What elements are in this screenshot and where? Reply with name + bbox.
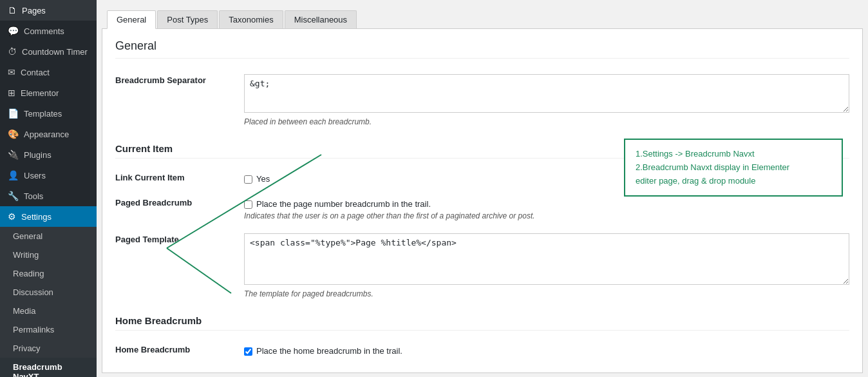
plugins-icon: 🔌 [8, 150, 19, 160]
annotation-line2: 2.Breadcrumb Navxt display in Elementer [636, 161, 831, 175]
sidebar-item-countdown-timer[interactable]: ⏱ Countdown Timer [0, 41, 97, 62]
page-title: General [115, 39, 849, 59]
sidebar: 🗋 Pages 💬 Comments ⏱ Countdown Timer ✉ C… [0, 0, 97, 377]
sidebar-item-tools[interactable]: 🔧 Tools [0, 186, 97, 206]
settings-submenu: General Writing Reading Discussion Media… [0, 227, 97, 377]
submenu-reading[interactable]: Reading [0, 264, 97, 283]
submenu-privacy[interactable]: Privacy [0, 339, 97, 358]
tab-general[interactable]: General [107, 10, 156, 29]
submenu-permalinks[interactable]: Permalinks [0, 320, 97, 339]
paged-breadcrumb-checkbox[interactable] [244, 200, 252, 209]
tools-icon: 🔧 [8, 191, 19, 201]
link-current-item-checkbox-label: Yes [256, 174, 270, 184]
submenu-discussion[interactable]: Discussion [0, 283, 97, 302]
sidebar-item-settings[interactable]: ⚙ Settings [0, 206, 97, 227]
paged-breadcrumb-checkbox-label: Place the page number breadcrumb in the … [256, 199, 431, 209]
sidebar-item-plugins[interactable]: 🔌 Plugins [0, 144, 97, 165]
home-breadcrumb-checkbox[interactable] [244, 347, 252, 356]
sidebar-item-elementor[interactable]: ⊞ Elementor [0, 82, 97, 103]
home-breadcrumb-title: Home Breadcrumb [115, 315, 849, 331]
paged-breadcrumb-checkbox-row: Place the page number breadcrumb in the … [244, 199, 849, 209]
form-table: Breadcrumb Separator &gt; Placed in betw… [115, 68, 849, 133]
breadcrumb-separator-hint: Placed in between each breadcrumb. [244, 117, 849, 126]
tab-post-types[interactable]: Post Types [157, 10, 218, 28]
sidebar-item-users[interactable]: 👤 Users [0, 165, 97, 186]
users-icon: 👤 [8, 170, 19, 180]
annotation-line3: editer page, drag & drop module [636, 175, 831, 188]
sidebar-item-comments[interactable]: 💬 Comments [0, 21, 97, 41]
paged-breadcrumb-hint: Indicates that the user is on a page oth… [244, 211, 849, 220]
content-panel: 1.Settings -> Breadcrumb Navxt 2.Breadcr… [102, 29, 863, 373]
pages-icon: 🗋 [8, 5, 17, 15]
countdown-icon: ⏱ [8, 46, 17, 57]
paged-breadcrumb-label: Paged Breadcrumb [115, 190, 244, 227]
paged-template-row: Paged Template <span class="%type%">Page… [115, 227, 849, 305]
breadcrumb-separator-row: Breadcrumb Separator &gt; Placed in betw… [115, 68, 849, 133]
sidebar-item-appearance[interactable]: 🎨 Appearance [0, 124, 97, 144]
annotation-line1: 1.Settings -> Breadcrumb Navxt [636, 148, 831, 161]
annotation-box: 1.Settings -> Breadcrumb Navxt 2.Breadcr… [624, 139, 843, 197]
tab-miscellaneous[interactable]: Miscellaneous [285, 10, 357, 28]
breadcrumb-separator-input[interactable]: &gt; [244, 74, 849, 113]
link-current-item-checkbox[interactable] [244, 175, 252, 184]
templates-icon: 📄 [8, 108, 19, 119]
sidebar-item-pages[interactable]: 🗋 Pages [0, 0, 97, 21]
sidebar-item-templates[interactable]: 📄 Templates [0, 103, 97, 124]
home-breadcrumb-label: Home Breadcrumb [115, 337, 244, 362]
home-breadcrumb-row: Home Breadcrumb Place the home breadcrum… [115, 337, 849, 362]
settings-icon: ⚙ [8, 211, 16, 222]
tab-taxonomies[interactable]: Taxonomies [219, 10, 283, 28]
submenu-media[interactable]: Media [0, 302, 97, 320]
home-breadcrumb-table: Home Breadcrumb Place the home breadcrum… [115, 337, 849, 362]
tabs-bar: General Post Types Taxonomies Miscellane… [102, 5, 863, 29]
paged-template-input[interactable]: <span class="%type%">Page %htitle%</span… [244, 233, 849, 285]
link-current-item-label: Link Current Item [115, 165, 244, 190]
comments-icon: 💬 [8, 26, 19, 36]
elementor-icon: ⊞ [8, 88, 15, 98]
paged-template-label: Paged Template [115, 227, 244, 305]
submenu-writing[interactable]: Writing [0, 246, 97, 264]
home-breadcrumb-checkbox-row: Place the home breadcrumb in the trail. [244, 346, 849, 356]
breadcrumb-separator-label: Breadcrumb Separator [115, 68, 244, 133]
paged-template-hint: The template for paged breadcrumbs. [244, 289, 849, 298]
submenu-general[interactable]: General [0, 227, 97, 246]
contact-icon: ✉ [8, 67, 15, 77]
home-breadcrumb-checkbox-label: Place the home breadcrumb in the trail. [256, 346, 402, 356]
appearance-icon: 🎨 [8, 129, 19, 139]
submenu-breadcrumb-navxt[interactable]: Breadcrumb NavXT [0, 358, 97, 377]
main-content: General Post Types Taxonomies Miscellane… [97, 0, 868, 377]
sidebar-item-contact[interactable]: ✉ Contact [0, 62, 97, 82]
